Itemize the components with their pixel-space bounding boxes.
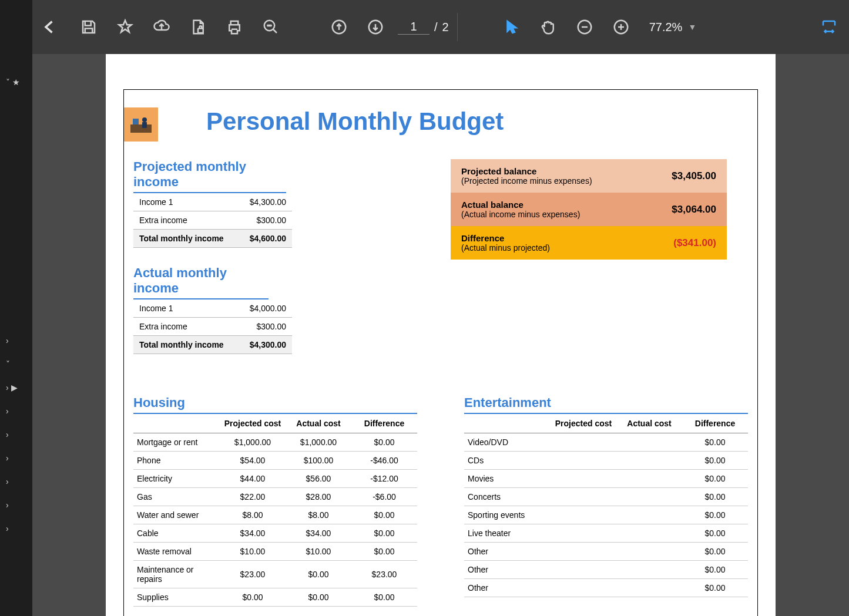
- page-current-input[interactable]: [398, 19, 429, 35]
- entertainment-heading: Entertainment: [464, 395, 748, 414]
- page-sep: /: [434, 21, 438, 34]
- table-row: Video/DVD$0.00: [464, 433, 748, 452]
- table-row: Concerts$0.00: [464, 488, 748, 506]
- table-row: CDs$0.00: [464, 452, 748, 470]
- table-row: Waste removal$10.00$10.00$0.00: [133, 543, 417, 561]
- prev-page-button[interactable]: [325, 13, 353, 41]
- document-viewer[interactable]: Personal Monthly Budget Projected monthl…: [32, 54, 849, 616]
- projected-balance-row: Projected balance (Projected income minu…: [451, 159, 727, 193]
- table-row: Supplies$0.00$0.00$0.00: [133, 588, 417, 607]
- table-row: Water and sewer$8.00$8.00$0.00: [133, 506, 417, 524]
- table-row: Extra income$300.00: [133, 318, 292, 336]
- table-row: Sporting events$0.00: [464, 506, 748, 524]
- svg-rect-10: [133, 119, 139, 124]
- table-row: Income 1$4,300.00: [133, 193, 292, 211]
- side-expand-7[interactable]: ›: [0, 470, 32, 493]
- zoom-out-button[interactable]: [571, 13, 599, 41]
- page-total: 2: [442, 21, 449, 34]
- table-row: Extra income$300.00: [133, 211, 292, 230]
- table-row-total: Total monthly income$4,300.00: [133, 336, 292, 354]
- balance-box: Projected balance (Projected income minu…: [451, 159, 727, 260]
- table-row-total: Total monthly income$4,600.00: [133, 230, 292, 248]
- upload-button[interactable]: [147, 13, 176, 41]
- svg-rect-9: [130, 124, 152, 133]
- side-collapse[interactable]: ˅ ★: [0, 70, 32, 94]
- select-tool[interactable]: [498, 13, 526, 41]
- zoom-in-button[interactable]: [607, 13, 635, 41]
- entertainment-table: Projected cost Actual cost Difference Vi…: [464, 414, 748, 597]
- svg-rect-12: [142, 122, 147, 128]
- lock-file-button[interactable]: [184, 13, 212, 41]
- print-button[interactable]: [220, 13, 249, 41]
- table-row: Maintenance or repairs$23.00$0.00$23.00: [133, 561, 417, 588]
- table-row: Income 1$4,000.00: [133, 299, 292, 318]
- back-button[interactable]: [38, 15, 62, 39]
- side-expand-8[interactable]: ›: [0, 493, 32, 517]
- side-expand-9[interactable]: ›: [0, 517, 32, 540]
- hand-tool[interactable]: [534, 13, 562, 41]
- side-expand-2[interactable]: ˅: [0, 352, 32, 376]
- side-expand-5[interactable]: ›: [0, 423, 32, 446]
- table-row: Phone$54.00$100.00-$46.00: [133, 452, 417, 470]
- svg-point-4: [270, 25, 271, 26]
- svg-rect-0: [198, 29, 203, 33]
- table-row: Mortgage or rent$1,000.00$1,000.00$0.00: [133, 433, 417, 452]
- projected-income-table: Income 1$4,300.00 Extra income$300.00 To…: [133, 193, 292, 248]
- page-indicator: / 2: [398, 19, 449, 35]
- next-page-button[interactable]: [361, 13, 390, 41]
- document-title: Personal Monthly Budget: [206, 107, 757, 136]
- table-row: Movies$0.00: [464, 470, 748, 488]
- side-expand-6[interactable]: ›: [0, 446, 32, 470]
- table-row: Cable$34.00$34.00$0.00: [133, 524, 417, 543]
- chevron-down-icon: ▼: [688, 22, 696, 32]
- actual-income-table: Income 1$4,000.00 Extra income$300.00 To…: [133, 299, 292, 354]
- actual-income-heading: Actual monthly income: [133, 265, 269, 299]
- fit-width-button[interactable]: [815, 13, 843, 41]
- difference-balance-row: Difference (Actual minus projected) ($34…: [451, 226, 727, 260]
- side-expand-1[interactable]: ›: [0, 329, 32, 352]
- zoom-dropdown[interactable]: 77.2% ▼: [649, 21, 697, 34]
- star-button[interactable]: [111, 13, 139, 41]
- table-row: Gas$22.00$28.00-$6.00: [133, 488, 417, 506]
- document-page: Personal Monthly Budget Projected monthl…: [106, 54, 776, 616]
- table-row: Other$0.00: [464, 579, 748, 597]
- projected-income-heading: Projected monthly income: [133, 159, 286, 193]
- zoom-value: 77.2%: [649, 21, 683, 34]
- housing-heading: Housing: [133, 395, 417, 414]
- table-row: Other$0.00: [464, 543, 748, 561]
- svg-point-11: [142, 117, 147, 122]
- housing-table: Projected cost Actual cost Difference Mo…: [133, 414, 417, 607]
- side-expand-4[interactable]: ›: [0, 399, 32, 423]
- budget-logo-icon: [124, 107, 158, 142]
- table-row: Electricity$44.00$56.00-$12.00: [133, 470, 417, 488]
- table-row: Live theater$0.00: [464, 524, 748, 543]
- table-row: Other$0.00: [464, 561, 748, 579]
- search-button[interactable]: [257, 13, 285, 41]
- toolbar-divider: [457, 13, 458, 41]
- save-button[interactable]: [75, 13, 103, 41]
- toolbar: / 2 77.2% ▼: [32, 0, 849, 54]
- side-panel: ˅ ★ › ˅ › ▶ › › › › › ›: [0, 0, 33, 616]
- actual-balance-row: Actual balance (Actual income minus expe…: [451, 193, 727, 226]
- side-expand-3[interactable]: › ▶: [0, 376, 32, 399]
